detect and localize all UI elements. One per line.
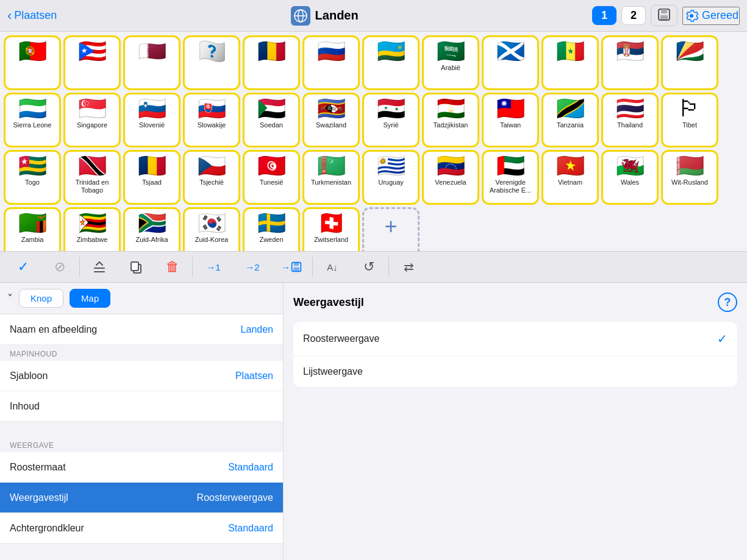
flag-item[interactable]: 🇸🇳 — [541, 35, 599, 90]
flag-item[interactable]: 🇻🇳Vietnam — [541, 150, 599, 205]
flag-emoji: 🇹🇼 — [496, 97, 525, 120]
flag-item[interactable]: 🇸🇱Sierra Leone — [4, 93, 61, 147]
send2-button[interactable]: →2 — [233, 253, 272, 280]
flag-emoji: 🇸🇾 — [377, 97, 406, 120]
flag-item[interactable]: 🇹🇿Tanzania — [541, 93, 599, 147]
flag-item[interactable]: 🇺🇾Uruguay — [362, 150, 420, 205]
page-2-button[interactable]: 2 — [621, 6, 646, 25]
flag-item[interactable]: 🇵🇷 — [63, 35, 121, 90]
option-card: Roosterweergave✓Lijstweergave — [293, 322, 737, 387]
add-flag-button[interactable]: + — [362, 207, 420, 251]
sjabloon-label: Sjabloon — [10, 370, 48, 381]
flag-item[interactable]: 🇹🇳Tunesië — [243, 150, 300, 205]
flag-item[interactable]: 🇸🇨 — [661, 35, 718, 90]
flag-item[interactable]: 🇹🇩Tsjaad — [123, 150, 180, 205]
flag-emoji: 🇺🇾 — [377, 154, 406, 177]
inhoud-row[interactable]: Inhoud — [0, 391, 283, 422]
option-row[interactable]: Roosterweergave✓ — [293, 322, 737, 356]
flag-item[interactable]: 🇨🇿Tsjechië — [183, 150, 240, 205]
svg-rect-7 — [94, 271, 105, 272]
flag-label: Uruguay — [378, 179, 404, 186]
flag-emoji: 🇸🇮 — [138, 97, 166, 120]
right-panel: Weergavestijl ? Roosterweergave✓Lijstwee… — [284, 283, 747, 560]
send-save-button[interactable]: → — [272, 253, 311, 280]
flag-item[interactable]: 🇸🇬Singapore — [63, 93, 121, 147]
flag-item[interactable]: 🇷🇼 — [362, 35, 420, 90]
flag-item[interactable]: 🇹🇲Turkmenistan — [302, 150, 360, 205]
sort-button[interactable]: A↓ — [314, 253, 351, 280]
flag-item[interactable]: 🇸🇰Slowakije — [183, 93, 240, 147]
flag-item[interactable]: 🏴󠁧󠁢󠁷󠁬󠁳󠁿Wales — [601, 150, 659, 205]
help-button[interactable]: ? — [718, 292, 737, 312]
flag-item[interactable]: 🇹🇬Togo — [4, 150, 61, 205]
flag-item[interactable]: 🇶🇦 — [123, 35, 180, 90]
flag-item[interactable]: 🇸🇦Arabië — [422, 35, 479, 90]
flag-item[interactable]: 🇵🇹 — [4, 35, 61, 90]
page-1-button[interactable]: 1 — [592, 6, 617, 25]
import-button[interactable] — [81, 253, 118, 280]
flag-item[interactable]: 🇨🇭Zwitserland — [302, 207, 360, 251]
flag-item[interactable]: 🇸🇪Zweden — [243, 207, 300, 251]
flag-label: Tsjechië — [199, 179, 224, 186]
flag-item[interactable]: 🇰🇷Zuid-Korea — [183, 207, 240, 251]
flag-item[interactable]: 🇸🇮Slovenië — [123, 93, 180, 147]
flag-label: Zwitserland — [314, 236, 348, 244]
flag-label: Zuid-Korea — [195, 236, 228, 244]
flag-item[interactable]: 🇹🇩 — [243, 35, 300, 90]
copy-button[interactable] — [118, 253, 154, 280]
flag-item[interactable]: 🇸🇿Swaziland — [302, 93, 360, 147]
svg-rect-9 — [131, 262, 138, 271]
send1-button[interactable]: →1 — [194, 253, 233, 280]
flag-item[interactable]: 🇿🇼Zimbabwe — [63, 207, 121, 251]
sjabloon-row[interactable]: Sjabloon Plaatsen — [0, 361, 283, 391]
achtergrond-row[interactable]: Achtergrondkleur Standaard — [0, 513, 283, 544]
flag-label: Syrië — [383, 121, 398, 129]
flag-emoji: 🇶🇨 — [198, 40, 226, 63]
refresh-button[interactable]: ↺ — [351, 253, 387, 280]
flag-item[interactable]: 🇦🇪Verenigde Arabische E... — [482, 150, 539, 205]
block-button[interactable]: ⊘ — [41, 253, 78, 280]
swap-button[interactable]: ⇄ — [390, 253, 427, 280]
flag-item[interactable]: 🇶🇨 — [183, 35, 240, 90]
achtergrond-label: Achtergrondkleur — [10, 523, 84, 534]
flag-item[interactable]: 🏳Tibet — [661, 93, 718, 147]
flag-item[interactable]: 🇸🇩Soedan — [243, 93, 300, 147]
flag-item[interactable]: 🇷🇺 — [302, 35, 360, 90]
flag-item[interactable]: 🇻🇪Venezuela — [422, 150, 479, 205]
gear-button[interactable]: Gereed — [682, 7, 740, 25]
back-button[interactable]: ‹ Plaatsen — [7, 8, 57, 24]
flag-item[interactable]: 🇷🇸 — [601, 35, 659, 90]
top-bar-center: Landen — [291, 6, 359, 26]
flag-item[interactable]: 🇹🇼Taiwan — [482, 93, 539, 147]
flag-item[interactable]: 🇸🇾Syrië — [362, 93, 420, 147]
flag-label: Wales — [621, 179, 639, 186]
page-save-button[interactable] — [651, 5, 677, 26]
delete-button[interactable]: 🗑 — [154, 253, 191, 280]
flag-emoji: 🇹🇩 — [257, 40, 286, 63]
inhoud-label: Inhoud — [10, 401, 40, 412]
bottom-panel: ˅ Knop Map Naam en afbeelding Landen MAP… — [0, 283, 747, 560]
flag-label: Zweden — [259, 236, 283, 244]
roostermaat-row[interactable]: Roostermaat Standaard — [0, 452, 283, 483]
tab-knop-button[interactable]: Knop — [19, 289, 63, 308]
flag-label: Soedan — [260, 121, 283, 129]
naam-afbeelding-row[interactable]: Naam en afbeelding Landen — [0, 314, 283, 345]
flag-item[interactable]: 🇹🇭Thailand — [601, 93, 659, 147]
flag-emoji: 🇷🇼 — [377, 40, 406, 63]
check-button[interactable]: ✓ — [5, 253, 41, 280]
flag-emoji: 🇿🇦 — [138, 211, 166, 235]
flag-item[interactable]: 🇿🇦Zuid-Afrika — [123, 207, 180, 251]
flag-item[interactable]: 🇹🇹Trinidad en Tobago — [63, 150, 121, 205]
flag-item[interactable]: 🇧🇾Wit-Rusland — [661, 150, 718, 205]
flag-label: Swaziland — [316, 121, 346, 129]
flag-emoji: 🇹🇳 — [257, 154, 286, 177]
naam-label: Naam en afbeelding — [10, 324, 97, 335]
chevron-down-icon[interactable]: ˅ — [7, 292, 13, 305]
weergavestijl-row[interactable]: Weergavestijl Roosterweergave — [0, 483, 283, 513]
flag-item[interactable]: 🇿🇲Zambia — [4, 207, 61, 251]
flag-item[interactable]: 🇹🇯Tadzjikistan — [422, 93, 479, 147]
landen-icon — [291, 6, 310, 26]
tab-map-button[interactable]: Map — [70, 289, 110, 308]
flag-item[interactable]: 🏴󠁧󠁢󠁳󠁣󠁴󠁿 — [482, 35, 539, 90]
option-row[interactable]: Lijstweergave — [293, 356, 737, 387]
